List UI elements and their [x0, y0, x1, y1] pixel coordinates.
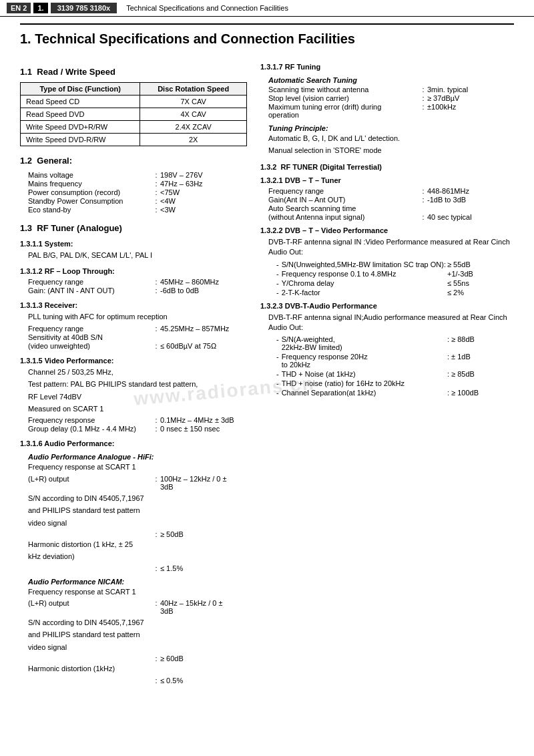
- spec-harmonic-nicam: : ≤ 0.5%: [28, 677, 247, 685]
- receiver-specs: PLL tuning with AFC for optimum receptio…: [28, 312, 247, 349]
- bullet-sn-unweighted: - S/N(Unweighted,5MHz-BW limitation SC t…: [276, 260, 514, 268]
- main-section-title: 1. Technical Specifications and Connecti…: [20, 23, 514, 47]
- sub-section-1-3-2-1: 1.3.2.1 DVB – T – Tuner: [260, 176, 514, 184]
- sub-section-1-3-1-6: 1.3.1.6 Audio Performance:: [20, 439, 247, 447]
- sub-section-1-3-2-3: 1.3.2.3 DVB-T-Audio Performance: [260, 302, 514, 310]
- bullet-thd-noise: - THD + Noise (at 1kHz) : ≥ 85dB: [276, 370, 514, 378]
- sub-section-1-3-1-3: 1.3.1.3 Receiver:: [20, 301, 247, 309]
- table-row: Read Speed DVD: [21, 108, 140, 121]
- spec-scan-time: Scanning time without antenna : 3min. ty…: [268, 85, 514, 93]
- spec-eco-standby: Eco stand-by : <3W: [28, 206, 247, 214]
- spec-sn-nicam: : ≥ 60dB: [28, 654, 247, 663]
- read-write-speed-table: Type of Disc (Function) Disc Rotation Sp…: [20, 82, 247, 146]
- spec-video-unweighted: (video unweighted) : ≤ 60dBµV at 75Ω: [28, 342, 247, 350]
- bullet-thd-ratio: - THD + noise (ratio) for 16Hz to 20kHz: [276, 379, 514, 387]
- header-model: 3139 785 3180x: [51, 3, 117, 13]
- bullet-channel-sep: - Channel Separation(at 1kHz) : ≥ 100dB: [276, 389, 514, 397]
- table-col1-header: Type of Disc (Function): [21, 83, 140, 96]
- header-title: Technical Specifications and Connection …: [126, 4, 288, 12]
- main-title-text: Technical Specifications and Connection …: [35, 31, 355, 46]
- sub-section-1-3-1-2: 1.3.1.2 RF – Loop Through:: [20, 267, 247, 275]
- spec-receiver-freq: Frequency range : 45.25MHz – 857MHz: [28, 325, 247, 333]
- spec-lr-output-analogue: (L+R) output : 100Hz – 12kHz / 0 ±3dB: [28, 475, 247, 491]
- auto-search-title: Automatic Search Tuning: [268, 76, 514, 84]
- spec-dvbt-no-antenna: (without Antenna input signal) : 40 sec …: [268, 213, 514, 221]
- spec-standby: Standby Power Consumption : <4W: [28, 197, 247, 205]
- spec-dvbt-scan-time: Auto Search scanning time: [268, 204, 514, 212]
- section-1-1-title: 1.1 Read / Write Speed: [20, 67, 247, 77]
- section-1-2-specs: Mains voltage : 198V – 276V Mains freque…: [28, 171, 247, 214]
- table-col2-header: Disc Rotation Speed: [140, 83, 247, 96]
- header-num-label: 1.: [33, 3, 47, 13]
- sub-section-1-3-1-1: 1.3.1.1 System:: [20, 240, 247, 248]
- bullet-2t-k-factor: - 2-T-K-factor ≤ 2%: [276, 289, 514, 297]
- section-1-2-title: 1.2 General:: [20, 156, 247, 166]
- audio-analogue-title: Audio Performance Analogue - HiFi:: [28, 453, 247, 461]
- spec-mains-freq: Mains frequency : 47Hz – 63Hz: [28, 180, 247, 188]
- dvb-t-video-bullets: - S/N(Unweighted,5MHz-BW limitation SC t…: [276, 260, 514, 297]
- spec-power-record: Power consumption (record) : <75W: [28, 188, 247, 196]
- sub-section-1-3-2-2: 1.3.2.2 DVB – T – Video Performance: [260, 226, 514, 234]
- spec-sensitivity: Sensitivity at 40dB S/N: [28, 333, 247, 341]
- sub-section-1-3-1-5: 1.3.1.5 Video Performance:: [20, 357, 247, 365]
- bullet-sn-aweighted: - S/N(A-weighted,22kHz-BW limited) : ≥ 8…: [276, 335, 514, 351]
- spec-gain-ant: Gain: (ANT IN - ANT OUT) : -6dB to 0dB: [28, 287, 247, 295]
- header-en-label: EN 2: [7, 3, 31, 13]
- table-row: Write Speed DVD-R/RW: [21, 134, 140, 146]
- spec-group-delay: Group delay (0.1 MHz - 4.4 MHz) : 0 nsec…: [28, 425, 247, 433]
- spec-mains-voltage: Mains voltage : 198V – 276V: [28, 171, 247, 179]
- table-row: 4X CAV: [140, 108, 247, 121]
- section-1-3-title: 1.3 RF Tuner (Analogue): [20, 223, 247, 233]
- dvb-t-audio-block: DVB-T-RF antenna signal IN;Audio perform…: [268, 313, 514, 397]
- spec-max-tuning: Maximum tuning error (drift) duringopera…: [268, 103, 514, 119]
- dvb-t-tuner-specs: Frequency range : 448-861MHz Gain(Ant IN…: [268, 187, 514, 221]
- left-column: 1.1 Read / Write Speed Type of Disc (Fun…: [20, 57, 247, 689]
- audio-perf-block: Audio Performance Analogue - HiFi: Frequ…: [28, 453, 247, 684]
- table-row: Write Speed DVD+R/RW: [21, 121, 140, 134]
- system-text: PAL B/G, PAL D/K, SECAM L/L', PAL I: [28, 250, 247, 260]
- spec-sn-analogue: : ≥ 50dB: [28, 530, 247, 538]
- video-perf-specs: Channel 25 / 503,25 MHz, Test pattern: P…: [28, 367, 247, 433]
- spec-freq-response: Frequency response : 0.1MHz – 4MHz ± 3dB: [28, 416, 247, 424]
- bullet-chroma-delay: - Y/Chroma delay ≤ 55ns: [276, 279, 514, 287]
- rf-loop-specs: Frequency range : 45MHz – 860MHz Gain: (…: [28, 278, 247, 295]
- bullet-freq-response-20hz: - Frequency response 20Hzto 20kHz : ± 1d…: [276, 353, 514, 369]
- tuning-principle-title: Tuning Principle:: [268, 124, 514, 132]
- sub-section-1-3-1-7: 1.3.1.7 RF Tuning: [260, 63, 514, 71]
- table-row: 2.4X ZCAV: [140, 121, 247, 134]
- sub-section-1-3-2: 1.3.2 RF TUNER (Digital Terrestial): [260, 163, 514, 171]
- right-column: 1.3.1.7 RF Tuning Automatic Search Tunin…: [260, 57, 514, 689]
- audio-nicam-title: Audio Performance NICAM:: [28, 578, 247, 586]
- spec-dvbt-gain: Gain(Ant IN – Ant OUT) : -1dB to 3dB: [268, 196, 514, 204]
- spec-freq-range: Frequency range : 45MHz – 860MHz: [28, 278, 247, 286]
- spec-dvbt-freq: Frequency range : 448-861MHz: [268, 187, 514, 195]
- header-bar: EN 2 1. 3139 785 3180x Technical Specifi…: [0, 0, 534, 17]
- rf-tuning-block: Automatic Search Tuning Scanning time wi…: [268, 76, 514, 156]
- dvb-t-video-block: DVB-T-RF antenna signal IN :Video Perfor…: [268, 237, 514, 297]
- spec-stop-level: Stop level (vision carrier) : ≥ 37dBµV: [268, 94, 514, 102]
- table-row: 7X CAV: [140, 96, 247, 108]
- spec-lr-output-nicam: (L+R) output : 40Hz – 15kHz / 0 ±3dB: [28, 599, 247, 615]
- dvb-t-audio-bullets: - S/N(A-weighted,22kHz-BW limited) : ≥ 8…: [276, 335, 514, 397]
- bullet-freq-response: - Frequency response 0.1 to 4.8MHz +1/-3…: [276, 270, 514, 278]
- table-row: Read Speed CD: [21, 96, 140, 108]
- table-row: 2X: [140, 134, 247, 146]
- main-title-num: 1.: [20, 31, 31, 46]
- spec-harmonic-analogue: : ≤ 1.5%: [28, 564, 247, 572]
